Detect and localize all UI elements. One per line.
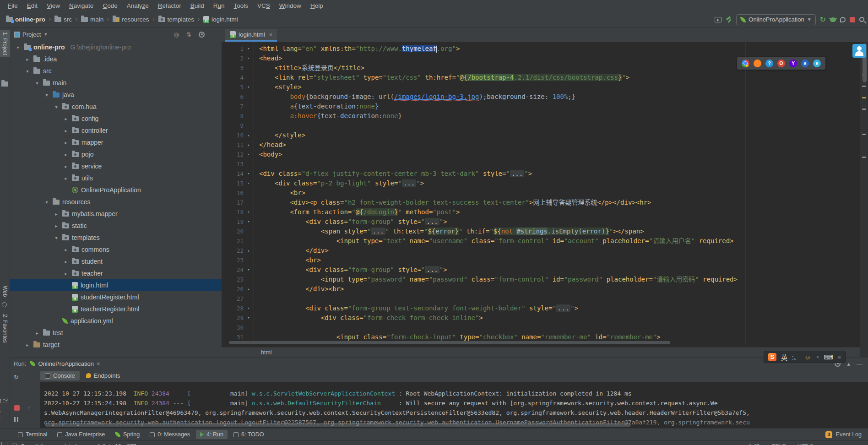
rerun-application-icon[interactable]: ↻ — [14, 374, 19, 380]
clock-icon[interactable]: ◔ — [815, 353, 819, 361]
menu-item-run[interactable]: Run — [209, 1, 229, 10]
tree-closed-arrow-icon[interactable]: ▸ — [63, 247, 69, 252]
fold-marker-icon[interactable]: ▴ — [245, 246, 252, 255]
breadcrumb-html[interactable]: html — [261, 349, 272, 356]
firefox-browser-icon[interactable] — [754, 60, 761, 67]
fold-marker-icon[interactable]: ▾ — [245, 265, 252, 275]
assistant-icon[interactable] — [852, 44, 866, 58]
breadcrumb-item-main[interactable]: main — [80, 15, 105, 24]
debug-button[interactable] — [830, 17, 836, 22]
stop-icon[interactable] — [14, 405, 20, 411]
tree-closed-arrow-icon[interactable]: ▸ — [24, 342, 31, 347]
tree-item-student[interactable]: ▸student — [10, 255, 222, 267]
status-info[interactable]: 1:47 — [749, 443, 759, 445]
fold-marker-icon[interactable]: ▾ — [245, 150, 252, 159]
notification-badge[interactable]: 3 — [825, 431, 832, 438]
tree-item-templates[interactable]: ▾templates — [10, 232, 222, 244]
fold-marker-icon[interactable]: ▾ — [245, 217, 252, 227]
chevron-down-icon[interactable]: ▼ — [43, 32, 48, 37]
tree-item-pojo[interactable]: ▸pojo — [10, 148, 222, 160]
ime-language[interactable]: 英 — [781, 353, 787, 362]
search-everywhere-icon[interactable] — [859, 17, 864, 22]
edge-browser-icon[interactable]: e — [813, 60, 821, 67]
tree-open-arrow-icon[interactable]: ▾ — [43, 200, 50, 205]
fold-marker-icon[interactable]: ▴ — [245, 284, 252, 294]
help-browser-icon[interactable]: ? — [765, 60, 773, 67]
tree-item-teacher[interactable]: ▸teacher — [10, 267, 222, 279]
tree-open-arrow-icon[interactable]: ▾ — [43, 92, 50, 98]
menu-item-window[interactable]: Window — [275, 1, 305, 10]
tool-button-web[interactable]: Web — [0, 284, 10, 298]
tree-closed-arrow-icon[interactable]: ▸ — [24, 57, 31, 62]
run-with-coverage-button[interactable] — [840, 17, 846, 22]
collapse-all-icon[interactable]: ⇅ — [186, 31, 191, 38]
tab-login-html[interactable]: login.html × — [225, 29, 277, 42]
tree-closed-arrow-icon[interactable]: ▸ — [53, 223, 60, 228]
tree-open-arrow-icon[interactable]: ▾ — [24, 69, 31, 74]
tree-closed-arrow-icon[interactable]: ▸ — [63, 128, 69, 133]
breadcrumb-item-src[interactable]: src — [53, 15, 73, 24]
event-log-button[interactable]: Event Log — [836, 431, 862, 438]
fold-marker-icon[interactable]: ▾ — [245, 207, 252, 217]
console-output[interactable]: 2022-10-27 12:15:23.198 INFO 24384 --- [… — [40, 382, 868, 428]
fold-marker-icon[interactable]: ▾ — [245, 44, 252, 54]
tree-item-login-html[interactable]: login.html — [10, 279, 222, 291]
fold-marker-icon[interactable]: ▾ — [245, 313, 252, 323]
menu-item-analyze[interactable]: Analyze — [123, 1, 153, 10]
tree-item-resources[interactable]: ▾resources — [10, 196, 222, 208]
captures-icon[interactable] — [2, 302, 7, 307]
run-session-tab[interactable]: OnlineProApplication × — [30, 360, 100, 367]
fold-marker-icon[interactable]: ▾ — [245, 304, 252, 313]
tree-item-studentRegister-html[interactable]: studentRegister.html — [10, 291, 222, 303]
fold-marker-icon[interactable]: ▾ — [245, 179, 252, 188]
tree-open-arrow-icon[interactable]: ▾ — [34, 81, 40, 86]
rerun-button[interactable]: ↻ — [820, 16, 826, 23]
tree-open-arrow-icon[interactable]: ▾ — [53, 104, 60, 109]
tree-item-java[interactable]: ▾java — [10, 89, 222, 101]
keyboard-icon[interactable]: ⌨ — [824, 353, 833, 361]
tree-item-service[interactable]: ▸service — [10, 160, 222, 172]
stop-button[interactable] — [850, 17, 855, 22]
tree-item-static[interactable]: ▸static — [10, 220, 222, 232]
tree-closed-arrow-icon[interactable]: ▸ — [63, 259, 69, 264]
menu-item-edit[interactable]: Edit — [23, 1, 42, 10]
tree-open-arrow-icon[interactable]: ▾ — [53, 235, 60, 240]
project-folder-icon[interactable] — [1, 81, 8, 87]
breadcrumb-item-online-pro[interactable]: online-pro — [5, 15, 47, 24]
build-hammer-icon[interactable] — [726, 16, 732, 23]
ime-punctuation[interactable]: ;、 — [792, 353, 800, 361]
menu-item-refactor[interactable]: Refactor — [154, 1, 185, 10]
menu-item-tools[interactable]: Tools — [230, 1, 253, 10]
tree-item-mapper[interactable]: ▸mapper — [10, 136, 222, 148]
tree-open-arrow-icon[interactable]: ▾ — [15, 45, 21, 50]
project-panel-title[interactable]: Project — [22, 31, 41, 38]
tree-item-config[interactable]: ▸config — [10, 113, 222, 125]
hide-panel-icon[interactable]: — — [212, 31, 218, 38]
menu-item-navigate[interactable]: Navigate — [65, 1, 98, 10]
ui-preview-icon[interactable] — [715, 17, 722, 22]
hide-icon[interactable]: — — [857, 360, 863, 367]
tool-button-structure[interactable]: 7: Structure — [0, 396, 10, 428]
statusbar-item-spring[interactable]: Spring — [111, 430, 144, 439]
sogou-logo-icon[interactable]: S — [768, 353, 776, 361]
close-icon[interactable]: × — [269, 31, 273, 38]
tree-closed-arrow-icon[interactable]: ▸ — [63, 271, 69, 276]
breadcrumb-item-resources[interactable]: resources — [111, 15, 150, 24]
tree-item-application-yml[interactable]: application.yml — [10, 315, 222, 327]
tool-button-favorites[interactable]: 2: Favorites — [0, 312, 10, 345]
statusbar-item-4-run[interactable]: 4: Run — [196, 430, 228, 439]
menu-item-view[interactable]: View — [43, 1, 64, 10]
tree-item-target[interactable]: ▸target — [10, 339, 222, 351]
locate-file-icon[interactable]: ◎ — [174, 31, 179, 38]
breadcrumb-item-login-html[interactable]: login.html — [202, 15, 239, 24]
tree-item-online-pro[interactable]: ▾online-proG:\shejiing\online-pro — [10, 41, 222, 53]
event-log-area[interactable]: 3Event Log — [825, 431, 868, 438]
tree-closed-arrow-icon[interactable]: ▸ — [63, 116, 69, 121]
tree-closed-arrow-icon[interactable]: ▸ — [63, 176, 69, 181]
gear-icon[interactable] — [199, 32, 205, 38]
pause-output-icon[interactable] — [14, 417, 18, 422]
tree-item-src[interactable]: ▾src — [10, 65, 222, 77]
menu-item-build[interactable]: Build — [186, 1, 208, 10]
tree-item-utils[interactable]: ▸utils — [10, 172, 222, 184]
status-info[interactable]: CRLF — [771, 443, 786, 445]
